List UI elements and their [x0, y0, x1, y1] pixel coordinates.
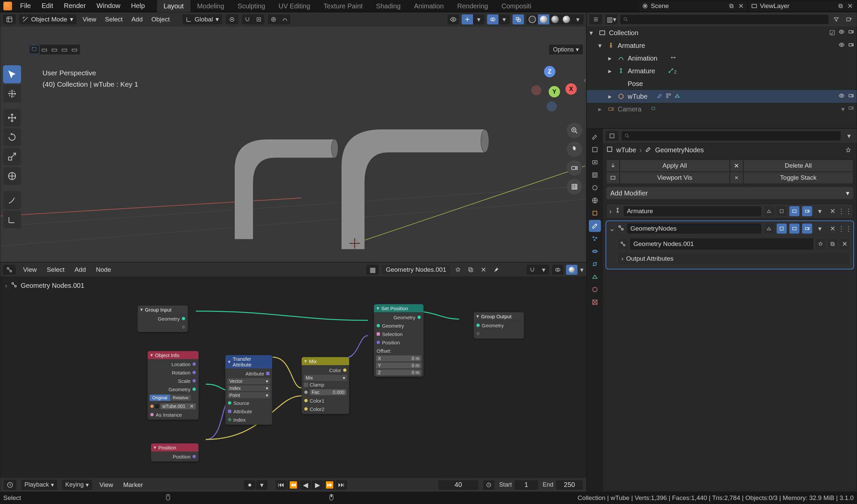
duplicate-tree-icon[interactable]: [466, 265, 476, 275]
outliner-item-armature-data[interactable]: ▸ Armature 2: [587, 65, 857, 77]
tab-scene[interactable]: [589, 182, 601, 194]
node-group-output[interactable]: Group Output Geometry: [474, 312, 524, 339]
outliner-tree[interactable]: ▾ Collection ☑ ▾ Armat: [587, 27, 857, 128]
tab-physics[interactable]: [589, 245, 601, 257]
mod-on-cage[interactable]: [764, 223, 774, 234]
modifier-armature[interactable]: › Armature ▾ ✕ ⋮⋮: [606, 204, 853, 219]
transfer-domain[interactable]: Point▾: [227, 392, 270, 398]
offset-x[interactable]: X0 m: [376, 355, 421, 362]
menu-window[interactable]: Window: [92, 0, 125, 12]
tree-browse-icon[interactable]: [618, 239, 628, 249]
outliner-filter[interactable]: [831, 14, 841, 24]
timeline-keying-dropdown[interactable]: Keying▾: [62, 480, 92, 490]
mix-clamp[interactable]: Clamp: [304, 382, 347, 388]
mix-fac[interactable]: Fac0.000: [310, 389, 347, 395]
preview-range-toggle[interactable]: [483, 480, 494, 490]
node-set-position[interactable]: Set Position Geometry Geometry Selection…: [374, 304, 423, 377]
outliner-new-collection[interactable]: [844, 14, 854, 24]
outliner-display-mode[interactable]: ▥▾: [605, 14, 618, 24]
tab-tool[interactable]: [589, 131, 601, 143]
node-canvas[interactable]: Group Input Geometry Object Info Locatio…: [0, 277, 586, 492]
node-group-field[interactable]: Geometry Nodes.001: [630, 238, 813, 250]
mod-delete[interactable]: ✕: [827, 206, 838, 216]
disclosure-icon[interactable]: ›: [609, 207, 611, 215]
sidepanel-toggle[interactable]: ‹: [584, 76, 586, 85]
offset-y[interactable]: Y0 m: [376, 363, 421, 368]
scene-selector[interactable]: Scene ✕: [639, 1, 746, 11]
node-group-input[interactable]: Group Input Geometry: [138, 305, 188, 332]
viewport-vis-button[interactable]: Viewport Vis: [620, 172, 730, 184]
axis-neg-x[interactable]: [531, 85, 541, 95]
workspace-tab-sculpting[interactable]: Sculpting: [231, 0, 272, 12]
node-snap-toggle[interactable]: [526, 265, 538, 275]
viewport-3d[interactable]: Object Mode ▾ View Select Add Object Glo…: [0, 12, 587, 263]
tab-particles[interactable]: [589, 233, 601, 245]
jump-next-key[interactable]: ⏩: [324, 480, 335, 490]
menu-help[interactable]: Help: [126, 0, 149, 12]
eye-icon[interactable]: [839, 42, 845, 50]
node-object-info[interactable]: Object Info Location Rotation Scale Geom…: [148, 351, 199, 420]
object-info-relative[interactable]: Relative: [170, 394, 191, 401]
tool-rotate[interactable]: [3, 128, 21, 146]
camera-icon[interactable]: [848, 42, 854, 50]
outliner-item-camera[interactable]: ▸ Camera ▾: [587, 103, 857, 116]
tool-move[interactable]: [3, 109, 21, 127]
pin-tree-icon[interactable]: [491, 265, 501, 275]
perspective-toggle-icon[interactable]: [567, 179, 582, 195]
delete-all-icon[interactable]: ✕: [730, 159, 743, 172]
fake-user-toggle[interactable]: [453, 265, 463, 275]
jump-prev-key[interactable]: ⏪: [288, 480, 299, 490]
eye-icon[interactable]: [839, 29, 845, 37]
viewport-vis-icon[interactable]: [606, 172, 620, 184]
navigation-gizmo[interactable]: Z Y X: [530, 66, 577, 113]
mod-edit-mode[interactable]: [777, 223, 787, 234]
camera-view-icon[interactable]: [567, 160, 582, 176]
workspace-tab-animation[interactable]: Animation: [407, 0, 451, 12]
workspace-tab-compositing[interactable]: Compositing: [495, 0, 532, 12]
viewport-canvas[interactable]: [0, 12, 586, 262]
object-field[interactable]: wTube.001✕: [161, 403, 196, 409]
autokey-toggle[interactable]: ●: [244, 480, 255, 490]
duplicate-tree-icon[interactable]: [827, 239, 838, 249]
eye-icon[interactable]: ▾: [841, 105, 845, 113]
play-reverse[interactable]: ◀: [300, 480, 311, 490]
axis-x[interactable]: X: [566, 83, 577, 95]
mod-render[interactable]: [802, 223, 812, 234]
transfer-type[interactable]: Vector▾: [227, 378, 270, 384]
disclosure-icon[interactable]: ⌄: [609, 224, 615, 233]
jump-start[interactable]: ⏮: [275, 480, 287, 490]
tool-measure[interactable]: [3, 211, 21, 229]
chevron-down-icon[interactable]: ▾: [580, 266, 584, 274]
mix-blend[interactable]: Mix▾: [304, 375, 347, 381]
delete-layer-icon[interactable]: ✕: [846, 2, 854, 10]
mod-realtime[interactable]: [789, 206, 800, 216]
mod-extras-dropdown[interactable]: ▾: [815, 206, 825, 216]
modifier-name-field[interactable]: Armature: [624, 206, 761, 216]
mod-render[interactable]: [802, 206, 812, 216]
apply-all-button[interactable]: Apply All: [620, 159, 730, 172]
modifier-geometry-nodes[interactable]: ⌄ GeometryNodes ▾ ✕ ⋮⋮: [606, 221, 853, 269]
menu-file[interactable]: File: [15, 0, 35, 12]
apply-all-icon[interactable]: [606, 159, 620, 172]
fake-user-toggle[interactable]: [816, 239, 825, 249]
outliner-search[interactable]: [620, 15, 828, 24]
node-menu-node[interactable]: Node: [93, 265, 114, 275]
end-frame[interactable]: 250: [556, 480, 583, 490]
tool-annotate[interactable]: [3, 191, 21, 209]
outliner-editor-dropdown[interactable]: [589, 14, 602, 24]
new-layer-icon[interactable]: [837, 2, 844, 10]
toggle-stack-icon[interactable]: [730, 172, 743, 184]
mod-edit-mode[interactable]: [777, 206, 787, 216]
delete-scene-icon[interactable]: ✕: [737, 2, 744, 10]
camera-icon[interactable]: [848, 93, 854, 100]
crumb-object[interactable]: wTube: [616, 146, 636, 154]
timeline-view[interactable]: View: [97, 480, 116, 490]
properties-options[interactable]: ▾: [844, 131, 854, 141]
play[interactable]: ▶: [312, 480, 323, 490]
object-info-original[interactable]: Original: [150, 394, 170, 401]
mod-extras-dropdown[interactable]: ▾: [815, 223, 825, 234]
tool-transform[interactable]: [3, 167, 21, 185]
mod-delete[interactable]: ✕: [827, 223, 838, 234]
properties-editor-dropdown[interactable]: [606, 131, 618, 141]
tab-object[interactable]: [589, 207, 601, 219]
